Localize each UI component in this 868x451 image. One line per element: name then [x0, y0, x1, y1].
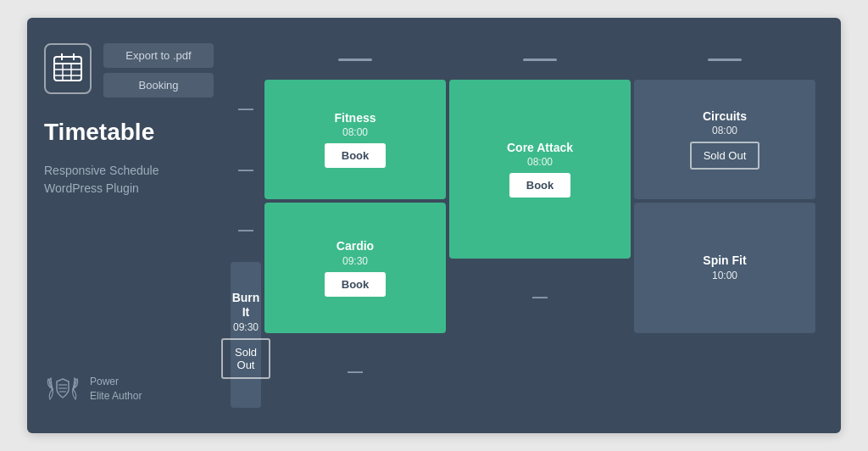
- core-attack-name: Core Attack: [507, 141, 573, 155]
- sidebar-buttons: Export to .pdf Booking: [103, 43, 214, 97]
- core-attack-time: 08:00: [527, 156, 553, 168]
- fitness-book-button[interactable]: Book: [325, 143, 387, 168]
- cardio-cell: Cardio 09:30 Book: [264, 203, 446, 333]
- circuits-time: 08:00: [712, 125, 737, 136]
- fitness-name: Fitness: [334, 111, 376, 125]
- cardio-time: 09:30: [342, 255, 368, 267]
- circuits-soldout-button: Sold Out: [690, 142, 760, 170]
- spin-fit-name: Spin Fit: [703, 253, 746, 268]
- badge-icon: [44, 370, 81, 408]
- fitness-time: 08:00: [342, 126, 368, 138]
- cardio-name: Cardio: [337, 239, 374, 253]
- fitness-cell: Fitness 08:00 Book: [264, 80, 446, 198]
- row-dash-2: —: [231, 141, 261, 198]
- core-attack-cell: Core Attack 08:00 Book: [449, 80, 631, 259]
- spin-fit-cell: Spin Fit 10:00: [634, 203, 815, 333]
- booking-button[interactable]: Booking: [103, 73, 214, 97]
- schedule: — Fitness 08:00 Book Core Attack 08:00 B…: [231, 43, 815, 408]
- core-attack-book-button[interactable]: Book: [509, 173, 571, 198]
- sidebar-subtitle: Responsive Schedule WordPress Plugin: [44, 162, 214, 198]
- row-dash-5: —: [264, 337, 446, 408]
- main-card: Export to .pdf Booking Timetable Respons…: [27, 18, 841, 433]
- burn-it-cell: Burn It 09:30 Sold Out: [231, 262, 261, 408]
- row-dash-3: —: [231, 203, 261, 259]
- calendar-icon: [51, 50, 85, 87]
- badge-text: Power Elite Author: [90, 375, 142, 404]
- circuits-name: Circuits: [703, 109, 747, 124]
- row-dash-4: —: [449, 262, 631, 333]
- svg-rect-0: [54, 57, 81, 81]
- sidebar-title: Timetable: [44, 118, 214, 147]
- burn-it-time: 09:30: [233, 321, 259, 333]
- export-pdf-button[interactable]: Export to .pdf: [103, 43, 214, 68]
- burn-it-soldout-button: Sold Out: [221, 338, 270, 379]
- schedule-grid: — Fitness 08:00 Book Core Attack 08:00 B…: [231, 43, 815, 408]
- calendar-icon-wrapper: [44, 43, 92, 94]
- spin-fit-time: 10:00: [712, 270, 737, 281]
- burn-it-name: Burn It: [232, 291, 260, 320]
- row-dash-1: —: [231, 80, 261, 137]
- circuits-cell: Circuits 08:00 Sold Out: [634, 80, 815, 198]
- col-header-1: [264, 43, 446, 76]
- col-header-3: [634, 43, 815, 76]
- col-header-2: [449, 43, 631, 76]
- sidebar: Export to .pdf Booking Timetable Respons…: [44, 43, 231, 408]
- sidebar-top: Export to .pdf Booking Timetable Respons…: [44, 43, 214, 198]
- sidebar-bottom: Power Elite Author: [44, 370, 214, 408]
- col-header-empty: [231, 43, 261, 76]
- cardio-book-button[interactable]: Book: [325, 272, 387, 297]
